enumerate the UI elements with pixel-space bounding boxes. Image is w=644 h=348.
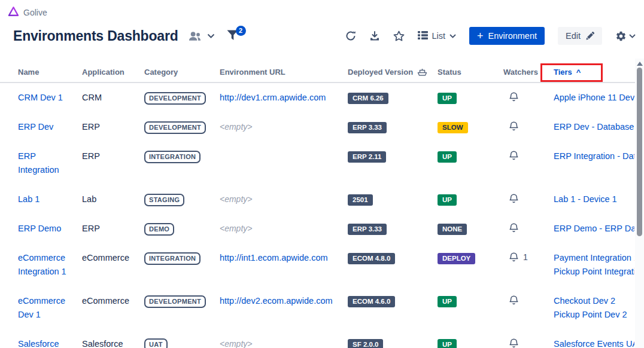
environment-url-link[interactable]: http://int1.ecom.apwide.com <box>220 253 328 262</box>
cell-category: UAT <box>144 337 220 348</box>
table-row: SalesforceSalesforceUAT<empty>SF 2.0.0UP… <box>0 329 644 348</box>
environment-name-link[interactable]: Lab 1 <box>18 194 40 204</box>
tier-line: Checkout Dev 2 <box>554 294 634 308</box>
version-badge: ECOM 4.6.0 <box>348 296 395 307</box>
cell-deployed-version: ERP 3.33 <box>348 120 438 134</box>
scrollbar-thumb[interactable] <box>637 68 642 236</box>
environment-url-link[interactable]: http://dev1.crm.apwide.com <box>220 93 326 102</box>
cell-environment-url: <empty> <box>220 120 348 134</box>
bell-icon[interactable] <box>509 252 519 263</box>
toolbar: List + Environment Edit <box>345 27 636 45</box>
list-view-icon <box>418 31 428 41</box>
table-row: ERP IntegrationERPINTEGRATIONERP 2.11UP … <box>0 142 644 185</box>
column-header-status[interactable]: Status <box>438 68 503 77</box>
tier-line: Salesforce Events UAT <box>554 337 634 348</box>
tier-line: Lab 1 - Device 1 <box>554 193 634 206</box>
tier-link[interactable]: ERP Demo - ERP Data.. <box>554 224 634 233</box>
view-label: List <box>432 31 446 41</box>
view-selector[interactable]: List <box>418 31 457 41</box>
environment-url-link[interactable]: http://dev2.ecom.apwide.com <box>220 296 333 306</box>
watchers-count: 1 <box>523 252 528 263</box>
bell-icon[interactable] <box>509 150 519 161</box>
filter-control[interactable]: 2 <box>227 30 238 42</box>
cell-application: eCommerce <box>82 251 144 265</box>
environment-name-link[interactable]: ERP Dev <box>18 122 53 132</box>
table-row: ERP DevERPDEVELOPMENT<empty>ERP 3.33SLOW… <box>0 112 644 142</box>
cell-status: UP <box>438 337 503 348</box>
edit-label: Edit <box>566 31 581 41</box>
ship-icon <box>417 68 427 77</box>
empty-placeholder: <empty> <box>220 122 252 132</box>
bell-icon[interactable] <box>509 193 519 204</box>
cell-watchers <box>503 120 554 132</box>
environment-name-link[interactable]: ERP Demo <box>18 224 61 233</box>
add-environment-button[interactable]: + Environment <box>469 27 545 45</box>
cell-application: Lab <box>82 193 144 206</box>
chevron-down-icon[interactable] <box>207 33 215 38</box>
cell-application: CRM <box>82 91 144 105</box>
column-header-watchers[interactable]: Watchers <box>503 68 554 77</box>
cell-category: DEVELOPMENT <box>144 91 220 105</box>
cell-application: ERP <box>82 222 144 236</box>
vertical-scrollbar[interactable] <box>635 59 644 348</box>
tier-link[interactable]: Apple iPhone 11 Deve.. <box>554 93 634 102</box>
column-header-version[interactable]: Deployed Version <box>348 68 438 77</box>
tier-link[interactable]: Salesforce Events UAT <box>554 339 634 348</box>
column-header-url[interactable]: Environment URL <box>220 68 348 77</box>
column-header-category[interactable]: Category <box>144 68 220 77</box>
shared-with-icon[interactable] <box>188 31 202 41</box>
tier-link[interactable]: Checkout Dev 2 <box>554 296 615 306</box>
tier-link[interactable]: ERP Integration - Data.. <box>554 151 634 161</box>
filter-count-badge: 2 <box>236 26 246 36</box>
environment-name-link[interactable]: Salesforce <box>18 339 59 348</box>
cell-name: ERP Integration <box>18 149 82 177</box>
bell-icon[interactable] <box>509 338 519 348</box>
tier-line: ERP Dev - Database <box>554 120 634 134</box>
tier-link[interactable]: Pickup Point Dev 2 <box>554 310 627 319</box>
tier-line: Apple iPhone 11 Deve.. <box>554 91 634 105</box>
cell-category: INTEGRATION <box>144 149 220 163</box>
cell-environment-url: http://int1.ecom.apwide.com <box>220 251 348 265</box>
tier-link[interactable]: Pickup Point Integrati.. <box>554 267 634 276</box>
cell-watchers <box>503 222 554 234</box>
cell-watchers <box>503 337 554 348</box>
star-icon[interactable] <box>393 30 405 41</box>
cell-status: DEPLOY <box>438 251 503 265</box>
environment-name-link[interactable]: eCommerce Integration 1 <box>18 253 66 276</box>
settings-control[interactable] <box>615 30 636 42</box>
tier-link[interactable]: Payment Integration 1 <box>554 253 634 262</box>
environment-name-link[interactable]: eCommerce Dev 1 <box>18 296 65 319</box>
status-badge: UP <box>438 296 457 307</box>
tier-line: Pickup Point Integrati.. <box>554 265 634 279</box>
download-icon[interactable] <box>369 30 380 41</box>
chevron-down-icon <box>449 34 456 38</box>
column-header-name[interactable]: Name <box>18 68 82 77</box>
tier-link[interactable]: ERP Dev - Database <box>554 122 634 132</box>
cell-watchers <box>503 91 554 103</box>
cell-watchers <box>503 193 554 204</box>
column-header-application[interactable]: Application <box>82 68 144 77</box>
bell-icon[interactable] <box>509 91 519 103</box>
bell-icon[interactable] <box>509 121 519 132</box>
cell-category: DEVELOPMENT <box>144 294 220 308</box>
version-badge: SF 2.0.0 <box>348 339 383 348</box>
bell-icon[interactable] <box>509 222 519 234</box>
cell-deployed-version: ERP 2.11 <box>348 149 438 163</box>
column-header-tiers[interactable]: Tiers^ <box>554 68 634 77</box>
cell-category: INTEGRATION <box>144 251 220 265</box>
cell-category: DEMO <box>144 222 220 236</box>
bell-icon[interactable] <box>509 295 519 306</box>
cell-tiers: ERP Dev - Database <box>554 120 634 134</box>
status-badge: UP <box>438 339 457 348</box>
tier-line: Payment Integration 1 <box>554 251 634 265</box>
cell-status: UP <box>438 193 503 206</box>
table-header-row: NameApplicationCategoryEnvironment URLDe… <box>0 59 644 83</box>
category-badge: INTEGRATION <box>144 151 201 163</box>
edit-button[interactable]: Edit <box>558 27 602 45</box>
tier-link[interactable]: Lab 1 - Device 1 <box>554 194 617 204</box>
environment-name-link[interactable]: CRM Dev 1 <box>18 93 63 102</box>
version-badge: ECOM 4.8.0 <box>348 253 395 264</box>
environment-name-link[interactable]: ERP Integration <box>18 151 59 175</box>
refresh-icon[interactable] <box>345 30 356 41</box>
scroll-up-icon[interactable] <box>637 62 643 66</box>
